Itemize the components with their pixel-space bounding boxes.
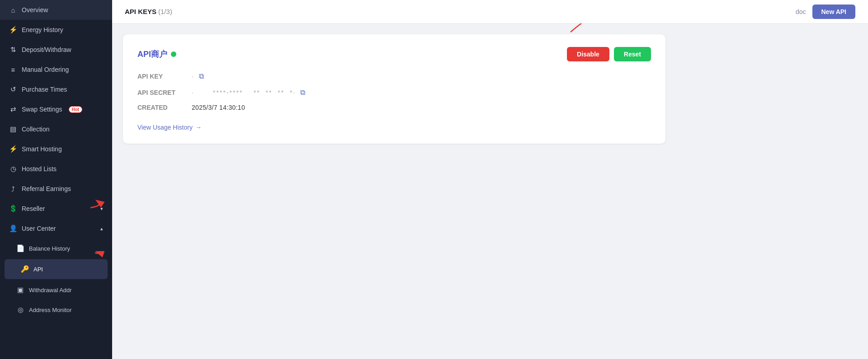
referral-earnings-label: Referral Earnings <box>22 185 71 192</box>
swap-settings-label: Swap Settings <box>22 106 62 113</box>
api-icon: 🔑 <box>21 265 29 273</box>
api-key-copy-icon[interactable]: ⧉ <box>198 71 205 81</box>
sidebar: ⌂Overview⚡Energy History⇅Deposit/Withdra… <box>0 0 112 359</box>
user-center-label: User Center <box>22 225 56 232</box>
collection-label: Collection <box>22 126 49 133</box>
api-key-masked: · <box>192 73 194 80</box>
view-usage-label: View Usage History <box>137 124 193 131</box>
api-secret-field: API SECRET · ****-**** ** ** ** *· ⧉ <box>137 88 651 98</box>
title-count: (1/3) <box>158 8 172 15</box>
api-label: API <box>33 266 43 273</box>
title-text: API KEYS <box>125 8 156 15</box>
api-name: API商户 <box>137 49 176 60</box>
created-date: 2025/3/7 14:30:10 <box>192 104 245 111</box>
api-name-text: API商户 <box>137 49 167 60</box>
created-label: CREATED <box>137 104 192 111</box>
reset-button[interactable]: Reset <box>614 47 651 61</box>
sidebar-item-user-center[interactable]: 👤User Center▴ <box>0 219 112 238</box>
sidebar-item-swap-settings[interactable]: ⇄Swap SettingsHot <box>0 99 112 119</box>
energy-history-label: Energy History <box>22 26 63 33</box>
api-secret-label: API SECRET <box>137 89 192 96</box>
sidebar-item-smart-hosting[interactable]: ⚡Smart Hosting <box>0 139 112 159</box>
sidebar-item-collection[interactable]: ▤Collection <box>0 119 112 139</box>
reseller-chevron: ▾ <box>100 206 103 212</box>
api-card: API商户 Disable Reset <box>123 34 665 144</box>
smart-hosting-icon: ⚡ <box>9 145 17 153</box>
user-center-icon: 👤 <box>9 224 17 233</box>
balance-history-icon: 📄 <box>16 244 24 252</box>
created-value: 2025/3/7 14:30:10 <box>192 104 245 111</box>
reseller-icon: 💲 <box>9 205 17 213</box>
disable-button[interactable]: Disable <box>567 47 609 61</box>
sidebar-item-deposit-withdraw[interactable]: ⇅Deposit/Withdraw <box>0 40 112 60</box>
deposit-withdraw-label: Deposit/Withdraw <box>22 46 71 53</box>
api-key-value: · ⧉ <box>192 71 205 81</box>
hosted-lists-icon: ◷ <box>9 165 17 173</box>
balance-history-label: Balance History <box>29 245 70 252</box>
api-key-field: API KEY · ⧉ <box>137 71 651 81</box>
sidebar-item-api[interactable]: 🔑API <box>5 259 108 279</box>
energy-history-icon: ⚡ <box>9 26 17 34</box>
collection-icon: ▤ <box>9 125 17 133</box>
purchase-times-icon: ↺ <box>9 85 17 93</box>
referral-earnings-icon: ⤴ <box>9 185 17 193</box>
withdrawal-addr-icon: ▣ <box>16 286 24 294</box>
swap-settings-icon: ⇄ <box>9 105 17 113</box>
topbar: API KEYS(1/3) doc New API <box>112 0 868 23</box>
doc-link[interactable]: doc <box>796 8 806 15</box>
view-usage-container: View Usage History → <box>137 124 651 131</box>
api-secret-masked: · ****-**** ** ** ** *· <box>192 89 296 96</box>
api-secret-value: · ****-**** ** ** ** *· ⧉ <box>192 88 307 98</box>
address-monitor-icon: ◎ <box>16 306 24 314</box>
purchase-times-label: Purchase Times <box>22 86 67 93</box>
sidebar-item-referral-earnings[interactable]: ⤴Referral Earnings <box>0 179 112 199</box>
api-secret-copy-icon[interactable]: ⧉ <box>299 88 306 98</box>
api-card-header: API商户 Disable Reset <box>137 47 651 61</box>
sidebar-item-address-monitor[interactable]: ◎Address Monitor <box>0 300 112 320</box>
arrow-annotation-top <box>566 23 602 34</box>
sidebar-item-energy-history[interactable]: ⚡Energy History <box>0 20 112 40</box>
swap-settings-badge: Hot <box>69 106 83 113</box>
reseller-label: Reseller <box>22 205 45 212</box>
sidebar-item-hosted-lists[interactable]: ◷Hosted Lists <box>0 159 112 179</box>
sidebar-item-balance-history[interactable]: 📄Balance History <box>0 238 112 258</box>
hosted-lists-label: Hosted Lists <box>22 165 57 173</box>
page-title: API KEYS(1/3) <box>125 8 172 15</box>
view-usage-arrow: → <box>195 124 202 131</box>
overview-label: Overview <box>22 6 48 14</box>
status-dot <box>171 51 176 57</box>
sidebar-item-reseller[interactable]: 💲Reseller▾ <box>0 199 112 219</box>
main-content: API KEYS(1/3) doc New API API商户 <box>112 0 868 359</box>
view-usage-link[interactable]: View Usage History → <box>137 124 651 131</box>
user-center-chevron: ▴ <box>100 226 103 232</box>
manual-ordering-label: Manual Ordering <box>22 66 69 73</box>
deposit-withdraw-icon: ⇅ <box>9 46 17 54</box>
smart-hosting-label: Smart Hosting <box>22 145 62 153</box>
sidebar-item-manual-ordering[interactable]: ≡Manual Ordering <box>0 60 112 79</box>
overview-icon: ⌂ <box>9 6 17 14</box>
sidebar-item-withdrawal-addr[interactable]: ▣Withdrawal Addr <box>0 280 112 300</box>
address-monitor-label: Address Monitor <box>29 307 72 313</box>
api-key-label: API KEY <box>137 73 192 80</box>
sidebar-item-purchase-times[interactable]: ↺Purchase Times <box>0 79 112 99</box>
withdrawal-addr-label: Withdrawal Addr <box>29 287 72 294</box>
new-api-button[interactable]: New API <box>812 5 856 19</box>
manual-ordering-icon: ≡ <box>9 65 17 74</box>
content-area: API商户 Disable Reset <box>112 23 868 359</box>
topbar-actions: doc New API <box>796 5 855 19</box>
created-field: CREATED 2025/3/7 14:30:10 <box>137 104 651 111</box>
card-actions: Disable Reset <box>567 47 651 61</box>
sidebar-item-overview[interactable]: ⌂Overview <box>0 0 112 20</box>
